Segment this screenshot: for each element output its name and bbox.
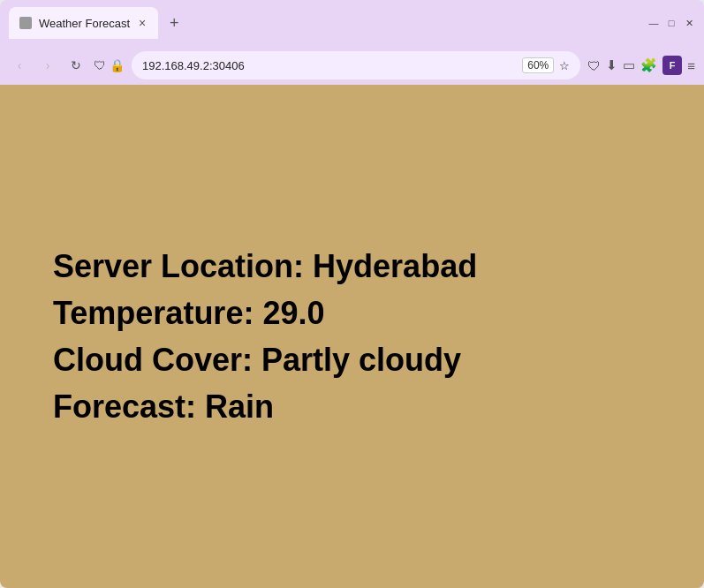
bookmark-icon[interactable]: ☆ (559, 59, 570, 72)
split-view-icon[interactable]: ▭ (623, 57, 635, 73)
page-content: Server Location: Hyderabad Temperature: … (0, 85, 704, 588)
tab-close-button[interactable]: × (137, 17, 148, 29)
reload-button[interactable]: ↻ (65, 55, 87, 76)
tab-title: Weather Forecast (39, 17, 130, 30)
forecast: Forecast: Rain (53, 387, 651, 426)
toolbar-icons: 🛡 ⬇ ▭ 🧩 F ≡ (587, 56, 695, 75)
url-bar[interactable]: 192.168.49.2:30406 60% ☆ (132, 51, 580, 79)
forward-button[interactable]: › (37, 55, 58, 76)
server-location: Server Location: Hyderabad (53, 246, 651, 286)
weather-info: Server Location: Hyderabad Temperature: … (53, 246, 651, 426)
temperature: Temperature: 29.0 (53, 293, 651, 333)
minimize-button[interactable]: — (647, 17, 660, 29)
close-button[interactable]: ✕ (683, 17, 695, 29)
download-icon[interactable]: ⬇ (606, 57, 617, 73)
window-controls: — □ ✕ (647, 17, 695, 29)
url-text: 192.168.49.2:30406 (142, 59, 517, 72)
back-button[interactable]: ‹ (9, 55, 30, 76)
profile-icon[interactable]: F (662, 56, 682, 75)
zoom-badge[interactable]: 60% (522, 57, 554, 73)
new-tab-button[interactable]: + (162, 11, 186, 35)
active-tab[interactable]: Weather Forecast × (9, 7, 158, 39)
cloud-cover: Cloud Cover: Partly cloudy (53, 340, 651, 380)
pocket-icon[interactable]: 🛡 (587, 58, 601, 73)
browser-window: Weather Forecast × + — □ ✕ ‹ › ↻ 🛡 🔒 192… (0, 0, 704, 588)
menu-button[interactable]: ≡ (687, 58, 695, 73)
lock-icon: 🔒 (110, 58, 125, 72)
address-bar: ‹ › ↻ 🛡 🔒 192.168.49.2:30406 60% ☆ 🛡 ⬇ ▭… (0, 46, 704, 85)
shield-icon: 🛡 (94, 58, 106, 72)
security-icons: 🛡 🔒 (94, 58, 125, 72)
tab-strip: Weather Forecast × + (9, 7, 640, 39)
title-bar: Weather Forecast × + — □ ✕ (0, 0, 704, 46)
extensions-icon[interactable]: 🧩 (640, 57, 657, 73)
tab-favicon (19, 17, 32, 29)
maximize-button[interactable]: □ (665, 17, 678, 29)
